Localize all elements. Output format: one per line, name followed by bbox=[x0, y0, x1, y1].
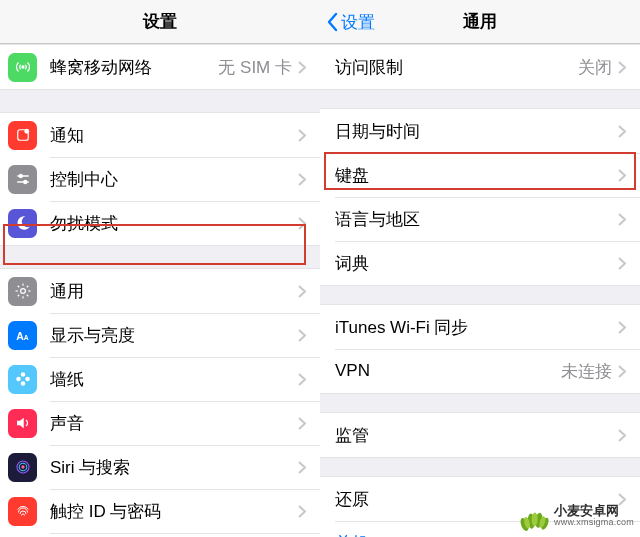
regulatory-label: 监管 bbox=[335, 424, 618, 447]
flower-icon bbox=[8, 365, 37, 394]
group-datetime: 日期与时间 键盘 语言与地区 词典 bbox=[320, 108, 640, 286]
row-language[interactable]: 语言与地区 bbox=[320, 197, 640, 241]
svg-line-15 bbox=[26, 286, 28, 288]
chevron-right-icon bbox=[298, 505, 306, 518]
back-button[interactable]: 设置 bbox=[326, 0, 375, 44]
chevron-right-icon bbox=[618, 169, 626, 182]
settings-screen: 设置 蜂窝移动网络 无 SIM 卡 通知 控制中心 勿扰模式 通用 bbox=[0, 0, 320, 537]
navbar-right: 设置 通用 bbox=[320, 0, 640, 44]
chevron-right-icon bbox=[298, 129, 306, 142]
sound-label: 声音 bbox=[50, 412, 298, 435]
svg-point-4 bbox=[19, 175, 22, 178]
siri-icon bbox=[8, 453, 37, 482]
general-screen: 设置 通用 访问限制 关闭 日期与时间 键盘 语言与地区 词典 iTunes W… bbox=[320, 0, 640, 537]
chevron-right-icon bbox=[618, 213, 626, 226]
navbar-left: 设置 bbox=[0, 0, 320, 44]
chevron-right-icon bbox=[298, 329, 306, 342]
svg-point-22 bbox=[21, 377, 25, 381]
general-label: 通用 bbox=[50, 280, 298, 303]
chevron-right-icon bbox=[298, 461, 306, 474]
display-label: 显示与亮度 bbox=[50, 324, 298, 347]
speaker-icon bbox=[8, 409, 37, 438]
svg-point-20 bbox=[16, 377, 21, 382]
group-restrictions: 访问限制 关闭 bbox=[320, 44, 640, 90]
nav-title-left: 设置 bbox=[143, 10, 177, 33]
row-regulatory[interactable]: 监管 bbox=[320, 413, 640, 457]
language-label: 语言与地区 bbox=[335, 208, 618, 231]
row-touchid[interactable]: 触控 ID 与密码 bbox=[0, 489, 320, 533]
text-size-icon: AA bbox=[8, 321, 37, 350]
svg-text:A: A bbox=[23, 334, 28, 341]
svg-point-25 bbox=[21, 465, 24, 468]
touchid-label: 触控 ID 与密码 bbox=[50, 500, 298, 523]
row-restrictions[interactable]: 访问限制 关闭 bbox=[320, 45, 640, 89]
group-general: 通用 AA 显示与亮度 墙纸 声音 Siri 与搜索 触控 ID 与密码 SOS… bbox=[0, 268, 320, 537]
svg-line-13 bbox=[26, 295, 28, 297]
row-itunes-wifi[interactable]: iTunes Wi-Fi 同步 bbox=[320, 305, 640, 349]
row-sos[interactable]: SOS SOS 紧急联络 bbox=[0, 533, 320, 537]
row-sound[interactable]: 声音 bbox=[0, 401, 320, 445]
chevron-right-icon bbox=[298, 285, 306, 298]
row-vpn[interactable]: VPN 未连接 bbox=[320, 349, 640, 393]
svg-point-18 bbox=[20, 372, 25, 377]
row-control-center[interactable]: 控制中心 bbox=[0, 157, 320, 201]
chevron-right-icon bbox=[618, 429, 626, 442]
group-notify: 通知 控制中心 勿扰模式 bbox=[0, 112, 320, 246]
gear-icon bbox=[8, 277, 37, 306]
chevron-right-icon bbox=[618, 257, 626, 270]
watermark: 小麦安卓网 www.xmsigma.com bbox=[516, 499, 634, 533]
row-display[interactable]: AA 显示与亮度 bbox=[0, 313, 320, 357]
cellular-label: 蜂窝移动网络 bbox=[50, 56, 218, 79]
row-dictionary[interactable]: 词典 bbox=[320, 241, 640, 285]
chevron-right-icon bbox=[298, 417, 306, 430]
vpn-value: 未连接 bbox=[561, 360, 612, 383]
svg-point-21 bbox=[25, 377, 30, 382]
group-regulatory: 监管 bbox=[320, 412, 640, 458]
svg-line-12 bbox=[17, 286, 19, 288]
dictionary-label: 词典 bbox=[335, 252, 618, 275]
notification-icon bbox=[8, 121, 37, 150]
row-keyboard[interactable]: 键盘 bbox=[320, 153, 640, 197]
fingerprint-icon bbox=[8, 497, 37, 526]
row-dnd[interactable]: 勿扰模式 bbox=[0, 201, 320, 245]
chevron-right-icon bbox=[298, 373, 306, 386]
datetime-label: 日期与时间 bbox=[335, 120, 618, 143]
row-cellular[interactable]: 蜂窝移动网络 无 SIM 卡 bbox=[0, 45, 320, 89]
sliders-icon bbox=[8, 165, 37, 194]
svg-point-2 bbox=[24, 129, 29, 134]
chevron-right-icon bbox=[298, 173, 306, 186]
chevron-right-icon bbox=[618, 321, 626, 334]
restrictions-label: 访问限制 bbox=[335, 56, 578, 79]
row-siri[interactable]: Siri 与搜索 bbox=[0, 445, 320, 489]
nav-title-right: 通用 bbox=[463, 10, 497, 33]
svg-point-6 bbox=[23, 181, 26, 184]
svg-point-0 bbox=[21, 66, 23, 68]
chevron-right-icon bbox=[618, 61, 626, 74]
wallpaper-label: 墙纸 bbox=[50, 368, 298, 391]
wheat-icon bbox=[516, 499, 550, 533]
svg-line-14 bbox=[17, 295, 19, 297]
keyboard-label: 键盘 bbox=[335, 164, 618, 187]
svg-point-7 bbox=[20, 289, 25, 294]
dnd-label: 勿扰模式 bbox=[50, 212, 298, 235]
control-center-label: 控制中心 bbox=[50, 168, 298, 191]
row-wallpaper[interactable]: 墙纸 bbox=[0, 357, 320, 401]
row-general[interactable]: 通用 bbox=[0, 269, 320, 313]
back-label: 设置 bbox=[341, 11, 375, 34]
siri-label: Siri 与搜索 bbox=[50, 456, 298, 479]
chevron-right-icon bbox=[298, 217, 306, 230]
row-datetime[interactable]: 日期与时间 bbox=[320, 109, 640, 153]
row-notifications[interactable]: 通知 bbox=[0, 113, 320, 157]
svg-point-19 bbox=[20, 381, 25, 386]
watermark-title: 小麦安卓网 bbox=[554, 504, 634, 518]
cellular-value: 无 SIM 卡 bbox=[218, 56, 292, 79]
chevron-right-icon bbox=[618, 365, 626, 378]
restrictions-value: 关闭 bbox=[578, 56, 612, 79]
group-sync: iTunes Wi-Fi 同步 VPN 未连接 bbox=[320, 304, 640, 394]
chevron-right-icon bbox=[298, 61, 306, 74]
group-cellular: 蜂窝移动网络 无 SIM 卡 bbox=[0, 44, 320, 90]
watermark-url: www.xmsigma.com bbox=[554, 518, 634, 527]
notifications-label: 通知 bbox=[50, 124, 298, 147]
chevron-right-icon bbox=[618, 125, 626, 138]
vpn-label: VPN bbox=[335, 361, 561, 381]
